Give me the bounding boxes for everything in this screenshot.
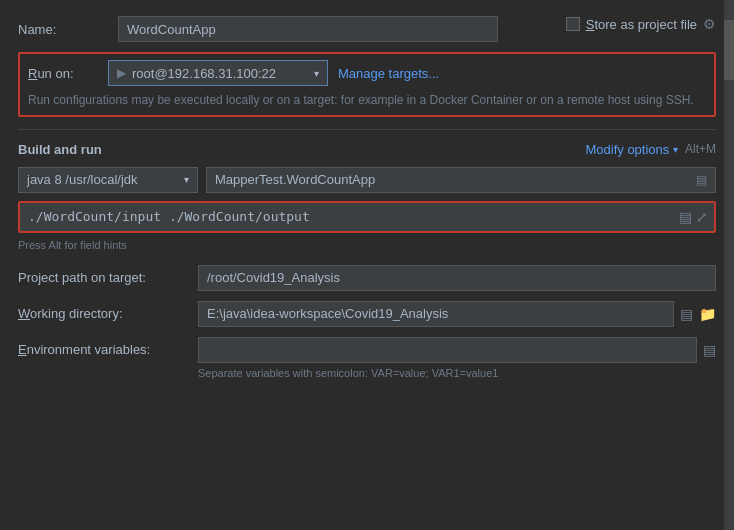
env-vars-input[interactable] (198, 337, 697, 363)
working-dir-value-row: ▤ 📁 (198, 301, 716, 327)
project-path-value-row (198, 265, 716, 291)
working-dir-label: Working directory: (18, 306, 198, 321)
working-dir-copy-icon[interactable]: ▤ (680, 306, 693, 322)
env-vars-hint: Separate variables with semicolon: VAR=v… (18, 367, 716, 379)
sdk-text: java 8 /usr/local/jdk (27, 172, 180, 187)
sdk-dropdown-arrow-icon: ▾ (184, 174, 189, 185)
name-label: Name: (18, 22, 118, 37)
sdk-dropdown[interactable]: java 8 /usr/local/jdk ▾ (18, 167, 198, 193)
main-class-icon[interactable]: ▤ (696, 173, 707, 187)
program-args-section: ▤ ⤢ (18, 201, 716, 233)
build-run-title: Build and run (18, 142, 102, 157)
alt-hint: Press Alt for field hints (18, 239, 716, 251)
target-dropdown[interactable]: ▶ root@192.168.31.100:22 ▾ (108, 60, 328, 86)
manage-targets-link[interactable]: Manage targets... (338, 66, 439, 81)
modify-options-link[interactable]: Modify options (585, 142, 669, 157)
section-divider (18, 129, 716, 130)
env-vars-row: Environment variables: ▤ (18, 337, 716, 363)
working-dir-input[interactable] (198, 301, 674, 327)
project-path-label: Project path on target: (18, 270, 198, 285)
program-args-input[interactable] (20, 209, 679, 224)
run-on-hint: Run configurations may be executed local… (28, 92, 706, 109)
copy-field-icon[interactable]: ▤ (679, 209, 692, 225)
sdk-row: java 8 /usr/local/jdk ▾ MapperTest.WordC… (18, 167, 716, 193)
working-dir-folder-icon[interactable]: 📁 (699, 306, 716, 322)
dropdown-arrow-icon: ▾ (314, 68, 319, 79)
gear-icon[interactable]: ⚙ (703, 16, 716, 32)
expand-field-icon[interactable]: ⤢ (696, 209, 708, 225)
project-path-input[interactable] (198, 265, 716, 291)
store-row: Store as project file ⚙ (566, 16, 716, 32)
run-on-row: Run on: ▶ root@192.168.31.100:22 ▾ Manag… (28, 60, 706, 86)
main-class-text: MapperTest.WordCountApp (215, 172, 696, 187)
modify-arrow-icon: ▾ (673, 144, 678, 155)
working-dir-row: Working directory: ▤ 📁 (18, 301, 716, 327)
scrollbar[interactable] (724, 0, 734, 530)
store-label: Store as project file (586, 17, 697, 32)
run-on-section: Run on: ▶ root@192.168.31.100:22 ▾ Manag… (18, 52, 716, 117)
build-run-header: Build and run Modify options ▾ Alt+M (18, 142, 716, 157)
modify-options-row: Modify options ▾ Alt+M (585, 142, 716, 157)
env-vars-label: Environment variables: (18, 342, 198, 357)
target-icon: ▶ (117, 66, 126, 80)
name-input[interactable] (118, 16, 498, 42)
env-vars-value-row: ▤ (198, 337, 716, 363)
program-args-row: ▤ ⤢ (20, 203, 714, 231)
expand-icons: ▤ ⤢ (679, 209, 714, 225)
main-class-field[interactable]: MapperTest.WordCountApp ▤ (206, 167, 716, 193)
run-on-label: Run on: (28, 66, 98, 81)
store-checkbox[interactable] (566, 17, 580, 31)
target-text: root@192.168.31.100:22 (132, 66, 308, 81)
env-vars-icon[interactable]: ▤ (703, 342, 716, 358)
scrollbar-thumb[interactable] (724, 20, 734, 80)
shortcut-label: Alt+M (682, 142, 716, 156)
project-path-row: Project path on target: (18, 265, 716, 291)
